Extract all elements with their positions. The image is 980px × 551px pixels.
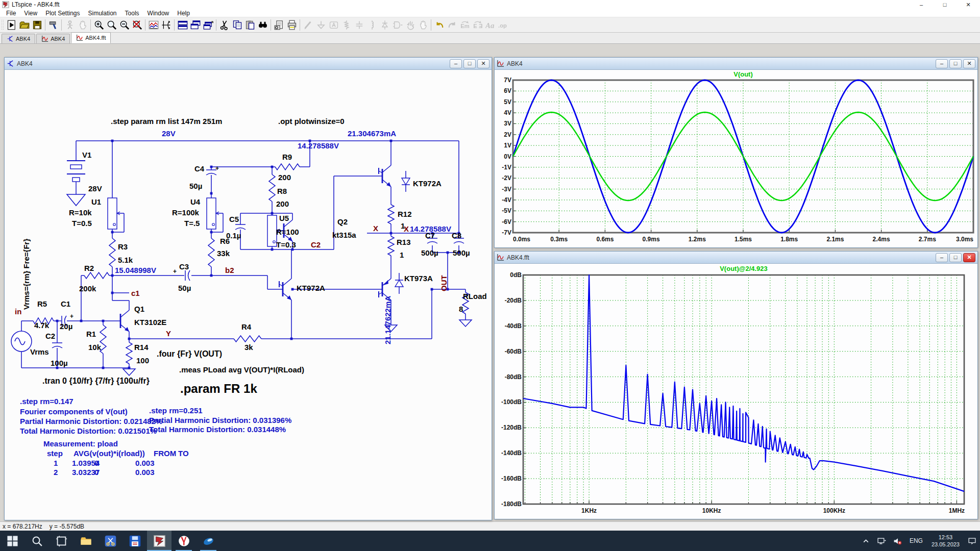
ltspice-app-icon [2, 1, 9, 8]
yandex-browser-button[interactable] [172, 531, 196, 551]
menu-view[interactable]: View [20, 9, 41, 17]
wave-y-tick: 3V [504, 120, 511, 127]
schematic-label: R=10k [69, 208, 92, 217]
wave-x-tick: 2.4ms [873, 236, 890, 243]
move-button [404, 18, 416, 31]
find-button[interactable] [256, 18, 269, 31]
schematic-label: Fourier components of V(out) [20, 407, 128, 416]
plot-settings-button[interactable] [160, 18, 173, 31]
print-button[interactable] [285, 18, 298, 31]
schematic-label: .step rm=0.251 [149, 406, 203, 415]
zoom-in-button[interactable] [92, 18, 105, 31]
wave-x-tick: 3.0ms [956, 236, 973, 243]
undo-button[interactable] [433, 18, 446, 31]
schematic-minimize-button[interactable]: – [450, 59, 462, 68]
tray-chevron-icon[interactable] [858, 531, 874, 551]
fft-close-button[interactable]: ✕ [963, 253, 975, 262]
schematic-window-titlebar[interactable]: ABK4 – □ ✕ [5, 58, 492, 70]
halt-button [63, 18, 76, 31]
menu-tools[interactable]: Tools [121, 9, 143, 17]
schematic-label: 200 [278, 173, 291, 182]
save-button[interactable] [31, 18, 43, 31]
waveform-restore-button[interactable]: □ [949, 59, 962, 68]
task-view-button[interactable] [49, 531, 74, 551]
schematic-label: U5 [279, 214, 289, 222]
wave-y-tick: 4V [504, 109, 511, 116]
schematic-label: 500µ [453, 248, 470, 257]
clock[interactable]: 12:5323.05.2023 [927, 534, 964, 548]
run-button[interactable] [5, 18, 18, 31]
start-button[interactable] [0, 531, 24, 551]
tile-windows-button[interactable] [176, 18, 189, 31]
schematic-label: 33k [217, 249, 230, 258]
minimize-button[interactable]: – [910, 0, 933, 9]
tray-speaker-muted-icon[interactable] [890, 531, 905, 551]
cascade-windows-button[interactable] [189, 18, 202, 31]
tray-display-icon[interactable] [874, 531, 890, 551]
print-preview-button[interactable] [273, 18, 285, 31]
schematic-label: Vrms [30, 347, 49, 356]
cut-button[interactable] [218, 18, 231, 31]
menu-simulation[interactable]: Simulation [84, 9, 121, 17]
search-button[interactable] [24, 531, 49, 551]
zoom-box-button[interactable] [105, 18, 118, 31]
zoom-out-button[interactable] [118, 18, 131, 31]
schematic-label: 200 [276, 199, 289, 208]
fft-plot[interactable]: 1KHz10KHz100KHz1MHz0dB-20dB-40dB-60dB-80… [495, 264, 977, 519]
wave-y-tick: 6V [504, 87, 511, 94]
tab-label: ABK4 [51, 36, 65, 42]
file-explorer-button[interactable] [74, 531, 98, 551]
schematic-label: R13 [397, 238, 411, 246]
tab-label: ABK4 [16, 36, 30, 42]
toolbar-separator [45, 19, 45, 31]
fft-window-titlebar[interactable]: ABK4.fft – □ ✕ [495, 252, 977, 264]
schematic-label: V1 [82, 151, 91, 159]
autorange-button[interactable] [147, 18, 160, 31]
waveform-window-titlebar[interactable]: ABK4 – □ ✕ [495, 58, 977, 70]
open-file-button[interactable] [18, 18, 31, 31]
toolbar: EmE ƎAa.op [0, 17, 980, 33]
snipping-tool-button[interactable] [98, 531, 122, 551]
schematic-close-button[interactable]: ✕ [477, 59, 489, 68]
menu-help[interactable]: Help [173, 9, 194, 17]
copy-button[interactable] [231, 18, 243, 31]
menu-window[interactable]: Window [143, 9, 174, 17]
maximize-button[interactable]: □ [933, 0, 957, 9]
menu-plot-settings[interactable]: Plot Settings [41, 9, 84, 17]
paste-button[interactable] [243, 18, 256, 31]
rotate-button: E Ǝ [471, 18, 484, 31]
schematic-label: 50µ [189, 182, 202, 190]
fft-restore-button[interactable]: □ [949, 253, 962, 262]
arrange-windows-button[interactable] [202, 18, 214, 31]
notification-center-icon[interactable] [964, 531, 980, 551]
ltspice-taskbar-button[interactable] [147, 531, 172, 551]
tab-abk4-plot[interactable]: ABK4 [36, 34, 70, 43]
control-panel-button[interactable] [47, 18, 60, 31]
menu-file[interactable]: File [2, 9, 20, 17]
wave-y-tick: 2V [504, 131, 511, 138]
browser-button[interactable] [196, 531, 220, 551]
close-button[interactable]: ✕ [957, 0, 980, 9]
schematic-label: Partial Harmonic Distortion: 0.031396% [149, 416, 291, 424]
fft-x-tick: 100KHz [823, 507, 845, 514]
waveform-plot[interactable]: 0.0ms0.3ms0.6ms0.9ms1.2ms1.5ms1.8ms2.1ms… [495, 70, 977, 247]
svg-text:Aa: Aa [485, 21, 495, 29]
fft-window-title: ABK4.fft [507, 254, 529, 261]
schematic-canvas[interactable]: .step param rm list 147m 251m.opt plotwi… [5, 70, 492, 520]
waveform-close-button[interactable]: ✕ [963, 59, 975, 68]
schematic-label: 10k [88, 343, 102, 352]
tab-abk4-fft[interactable]: ABK4.fft [71, 32, 111, 43]
wave-x-tick: 2.7ms [919, 236, 936, 243]
fft-x-tick: 1MHz [949, 507, 965, 514]
waveform-minimize-button[interactable]: – [936, 59, 948, 68]
schematic-label: 21.147622mA [383, 296, 392, 344]
language-indicator[interactable]: ENG [905, 537, 927, 544]
schematic-label: 3k [244, 343, 253, 352]
tab-label: ABK4.fft [85, 35, 106, 41]
fft-minimize-button[interactable]: – [936, 253, 948, 262]
tab-abk4-schematic[interactable]: ABK4 [2, 34, 35, 43]
zoom-full-extents-button[interactable] [131, 18, 143, 31]
schematic-restore-button[interactable]: □ [463, 59, 476, 68]
save-utility-button[interactable] [122, 531, 147, 551]
fft-x-tick: 1KHz [581, 507, 597, 514]
